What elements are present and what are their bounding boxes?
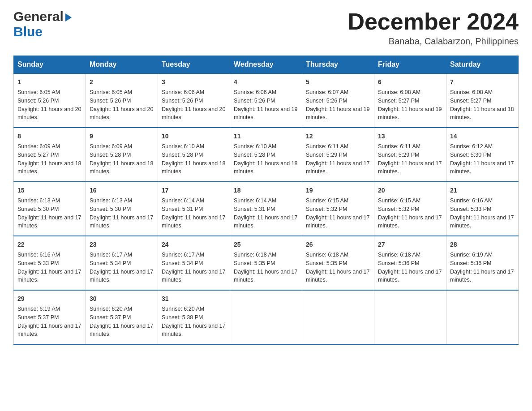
day-number: 4 — [234, 77, 298, 87]
sunset-label: Sunset: 5:27 PM — [17, 152, 59, 158]
calendar-cell: 26 Sunrise: 6:18 AM Sunset: 5:35 PM Dayl… — [302, 236, 374, 290]
col-tuesday: Tuesday — [158, 56, 230, 74]
calendar-cell: 17 Sunrise: 6:14 AM Sunset: 5:31 PM Dayl… — [158, 182, 230, 236]
calendar-cell: 29 Sunrise: 6:19 AM Sunset: 5:37 PM Dayl… — [14, 290, 86, 344]
day-number: 12 — [306, 132, 370, 141]
day-number: 30 — [90, 294, 154, 304]
day-number: 15 — [17, 186, 82, 195]
daylight-label: Daylight: 11 hours and 18 minutes. — [162, 160, 225, 175]
calendar-table: Sunday Monday Tuesday Wednesday Thursday… — [13, 56, 519, 345]
day-number: 2 — [90, 77, 154, 87]
daylight-label: Daylight: 11 hours and 17 minutes. — [378, 269, 442, 283]
calendar-cell: 24 Sunrise: 6:17 AM Sunset: 5:34 PM Dayl… — [158, 236, 230, 290]
day-number: 14 — [450, 132, 515, 141]
sunrise-label: Sunrise: 6:08 AM — [378, 89, 420, 95]
col-monday: Monday — [86, 56, 158, 74]
daylight-label: Daylight: 11 hours and 17 minutes. — [17, 214, 81, 229]
daylight-label: Daylight: 11 hours and 20 minutes. — [17, 106, 81, 121]
sunrise-label: Sunrise: 6:18 AM — [306, 252, 348, 258]
calendar-cell: 15 Sunrise: 6:13 AM Sunset: 5:30 PM Dayl… — [14, 182, 86, 236]
sunset-label: Sunset: 5:27 PM — [450, 98, 491, 104]
sunrise-label: Sunrise: 6:19 AM — [17, 306, 60, 312]
day-number: 13 — [378, 132, 442, 141]
day-number: 10 — [162, 132, 226, 141]
sunrise-label: Sunrise: 6:05 AM — [17, 89, 60, 95]
calendar-cell: 12 Sunrise: 6:11 AM Sunset: 5:29 PM Dayl… — [302, 128, 374, 182]
calendar-cell: 27 Sunrise: 6:18 AM Sunset: 5:36 PM Dayl… — [374, 236, 446, 290]
sunset-label: Sunset: 5:26 PM — [234, 98, 275, 104]
calendar-cell: 25 Sunrise: 6:18 AM Sunset: 5:35 PM Dayl… — [230, 236, 302, 290]
sunset-label: Sunset: 5:28 PM — [234, 152, 275, 158]
logo-blue-text: Blue — [13, 24, 43, 39]
sunset-label: Sunset: 5:32 PM — [306, 206, 347, 212]
calendar-cell — [446, 290, 519, 344]
calendar-cell: 2 Sunrise: 6:05 AM Sunset: 5:26 PM Dayli… — [86, 73, 158, 128]
daylight-label: Daylight: 11 hours and 17 minutes. — [90, 214, 153, 229]
sunset-label: Sunset: 5:30 PM — [90, 206, 131, 212]
day-number: 21 — [450, 186, 515, 195]
calendar-cell: 1 Sunrise: 6:05 AM Sunset: 5:26 PM Dayli… — [14, 73, 86, 128]
sunrise-label: Sunrise: 6:18 AM — [378, 252, 420, 258]
sunrise-label: Sunrise: 6:11 AM — [306, 143, 348, 150]
sunrise-label: Sunrise: 6:10 AM — [162, 143, 204, 150]
sunrise-label: Sunrise: 6:18 AM — [234, 252, 276, 258]
sunrise-label: Sunrise: 6:19 AM — [450, 252, 493, 258]
day-number: 26 — [306, 240, 370, 249]
sunrise-label: Sunrise: 6:15 AM — [306, 197, 348, 204]
calendar-cell: 31 Sunrise: 6:20 AM Sunset: 5:38 PM Dayl… — [158, 290, 230, 344]
sunset-label: Sunset: 5:33 PM — [17, 260, 59, 266]
day-number: 25 — [234, 240, 298, 249]
calendar-cell: 10 Sunrise: 6:10 AM Sunset: 5:28 PM Dayl… — [158, 128, 230, 182]
calendar-cell: 21 Sunrise: 6:16 AM Sunset: 5:33 PM Dayl… — [446, 182, 519, 236]
sunrise-label: Sunrise: 6:06 AM — [162, 89, 204, 95]
daylight-label: Daylight: 11 hours and 18 minutes. — [450, 106, 514, 121]
calendar-week-4: 22 Sunrise: 6:16 AM Sunset: 5:33 PM Dayl… — [14, 236, 519, 290]
title-section: December 2024 Banaba, Calabarzon, Philip… — [348, 9, 519, 47]
month-title: December 2024 — [348, 9, 519, 34]
sunrise-label: Sunrise: 6:12 AM — [450, 143, 493, 150]
calendar-cell: 11 Sunrise: 6:10 AM Sunset: 5:28 PM Dayl… — [230, 128, 302, 182]
sunset-label: Sunset: 5:27 PM — [378, 98, 419, 104]
day-number: 7 — [450, 77, 515, 87]
calendar-header-row: Sunday Monday Tuesday Wednesday Thursday… — [14, 56, 519, 74]
daylight-label: Daylight: 11 hours and 17 minutes. — [378, 214, 442, 229]
day-number: 5 — [306, 77, 370, 87]
day-number: 17 — [162, 186, 226, 195]
daylight-label: Daylight: 11 hours and 17 minutes. — [90, 269, 153, 283]
sunset-label: Sunset: 5:30 PM — [17, 206, 59, 212]
daylight-label: Daylight: 11 hours and 17 minutes. — [17, 323, 81, 338]
day-number: 28 — [450, 240, 515, 249]
sunset-label: Sunset: 5:28 PM — [90, 152, 131, 158]
day-number: 23 — [90, 240, 154, 249]
daylight-label: Daylight: 11 hours and 17 minutes. — [450, 269, 514, 283]
sunset-label: Sunset: 5:35 PM — [234, 260, 275, 266]
day-number: 19 — [306, 186, 370, 195]
calendar-cell — [374, 290, 446, 344]
calendar-week-2: 8 Sunrise: 6:09 AM Sunset: 5:27 PM Dayli… — [14, 128, 519, 182]
page-header: General Blue December 2024 Banaba, Calab… — [13, 9, 519, 47]
daylight-label: Daylight: 11 hours and 17 minutes. — [450, 160, 514, 175]
calendar-cell: 9 Sunrise: 6:09 AM Sunset: 5:28 PM Dayli… — [86, 128, 158, 182]
sunset-label: Sunset: 5:26 PM — [162, 98, 203, 104]
day-number: 20 — [378, 186, 442, 195]
sunrise-label: Sunrise: 6:08 AM — [450, 89, 493, 95]
calendar-cell: 6 Sunrise: 6:08 AM Sunset: 5:27 PM Dayli… — [374, 73, 446, 128]
col-wednesday: Wednesday — [230, 56, 302, 74]
sunrise-label: Sunrise: 6:11 AM — [378, 143, 420, 150]
calendar-cell: 5 Sunrise: 6:07 AM Sunset: 5:26 PM Dayli… — [302, 73, 374, 128]
sunrise-label: Sunrise: 6:14 AM — [162, 197, 204, 204]
logo-general-text: General — [13, 9, 64, 24]
col-thursday: Thursday — [302, 56, 374, 74]
sunrise-label: Sunrise: 6:05 AM — [90, 89, 132, 95]
sunrise-label: Sunrise: 6:13 AM — [90, 197, 132, 204]
calendar-week-1: 1 Sunrise: 6:05 AM Sunset: 5:26 PM Dayli… — [14, 73, 519, 128]
sunrise-label: Sunrise: 6:09 AM — [90, 143, 132, 150]
day-number: 11 — [234, 132, 298, 141]
calendar-cell: 20 Sunrise: 6:15 AM Sunset: 5:32 PM Dayl… — [374, 182, 446, 236]
calendar-cell: 3 Sunrise: 6:06 AM Sunset: 5:26 PM Dayli… — [158, 73, 230, 128]
sunset-label: Sunset: 5:34 PM — [162, 260, 203, 266]
sunrise-label: Sunrise: 6:07 AM — [306, 89, 348, 95]
sunset-label: Sunset: 5:29 PM — [306, 152, 347, 158]
calendar-cell — [302, 290, 374, 344]
logo: General Blue — [13, 9, 72, 39]
